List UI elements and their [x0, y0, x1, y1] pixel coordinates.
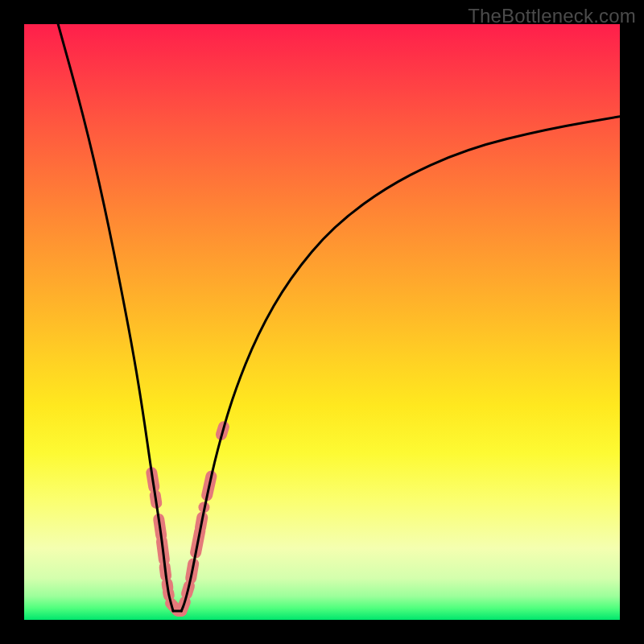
- curve-layer: [24, 24, 620, 620]
- plot-area: [24, 24, 620, 620]
- watermark-label: TheBottleneck.com: [468, 5, 636, 27]
- chart-frame: TheBottleneck.com: [0, 0, 644, 644]
- right-curve: [181, 117, 620, 611]
- highlight-markers: [151, 427, 224, 611]
